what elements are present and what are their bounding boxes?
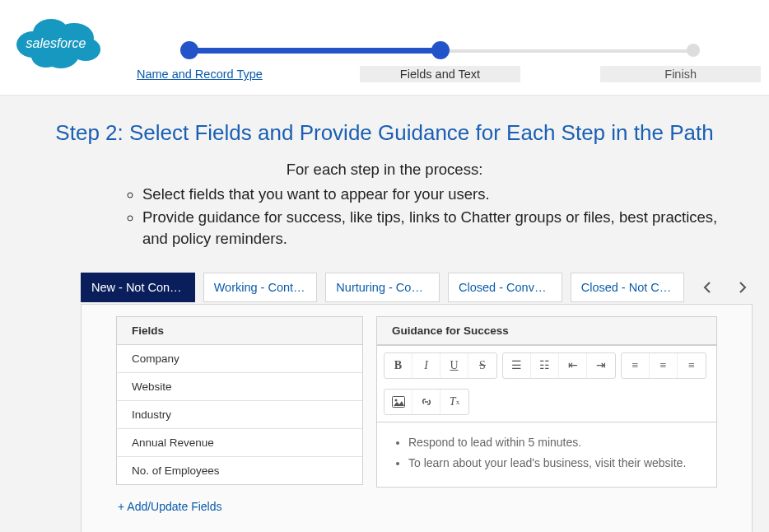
list-ul-icon: ☰ <box>511 358 522 372</box>
fields-header: Fields <box>116 316 363 345</box>
guidance-header: Guidance for Success <box>376 316 717 345</box>
progress-step-fields-text: Fields and Text <box>360 66 520 82</box>
rte-outdent-button[interactable]: ⇤ <box>559 353 587 378</box>
align-right-icon: ≡ <box>688 359 695 372</box>
progress-step-name-record-type[interactable]: Name and Record Type <box>119 66 280 82</box>
stage-tab-nurturing[interactable]: Nurturing - Con… <box>325 273 440 302</box>
rte-bold-button[interactable]: B <box>384 353 412 378</box>
progress-dot-2 <box>431 41 450 59</box>
stage-next-button[interactable] <box>734 278 753 297</box>
guidance-editor-toolbar-box: B I U S ☰ ☷ ⇤ ⇥ ≡ ≡ ≡ <box>376 345 717 422</box>
progress-step-finish: Finish <box>600 66 761 82</box>
field-item-industry[interactable]: Industry <box>117 401 362 429</box>
svg-text:salesforce: salesforce <box>26 36 86 50</box>
image-icon <box>392 396 405 408</box>
rte-underline-button[interactable]: U <box>440 353 468 378</box>
rte-clear-format-button[interactable]: Tx <box>440 390 468 414</box>
link-icon <box>420 396 433 408</box>
intro-bullet: Provide guidance for success, like tips,… <box>142 207 736 250</box>
guidance-editor-content[interactable]: Respond to lead within 5 minutes. To lea… <box>376 422 717 488</box>
stage-tab-closed-not-converted[interactable]: Closed - Not C… <box>571 273 685 302</box>
rte-toolbar: B I U S ☰ ☷ ⇤ ⇥ ≡ ≡ ≡ <box>384 352 710 415</box>
progress-dot-3 <box>687 44 700 57</box>
stage-tab-new[interactable]: New - Not Cont… <box>81 273 195 302</box>
rte-ol-button[interactable]: ☷ <box>531 353 559 378</box>
rte-align-left-button[interactable]: ≡ <box>622 353 650 378</box>
stage-tab-closed-converted[interactable]: Closed - Conv… <box>448 273 562 302</box>
rte-align-center-button[interactable]: ≡ <box>650 353 678 378</box>
rte-indent-button[interactable]: ⇥ <box>587 353 615 378</box>
rte-align-right-button[interactable]: ≡ <box>678 353 706 378</box>
outdent-icon: ⇤ <box>568 358 578 372</box>
stage-tab-working[interactable]: Working - Cont… <box>203 273 318 302</box>
indent-icon: ⇥ <box>596 358 606 372</box>
svg-point-8 <box>394 399 397 401</box>
step-intro: For each step in the process: <box>8 161 761 179</box>
align-left-icon: ≡ <box>632 359 639 372</box>
progress-dot-1 <box>180 41 198 59</box>
stage-prev-button[interactable] <box>697 278 716 297</box>
rte-strike-button[interactable]: S <box>468 353 496 378</box>
step-heading: Step 2: Select Fields and Provide Guidan… <box>8 120 761 146</box>
wizard-progress: Name and Record Type Fields and Text Fin… <box>119 41 761 82</box>
guidance-column: Guidance for Success B I U S ☰ ☷ ⇤ ⇥ <box>376 316 717 530</box>
guidance-bullet: Respond to lead within 5 minutes. <box>408 434 701 451</box>
list-ol-icon: ☷ <box>539 358 550 372</box>
align-center-icon: ≡ <box>660 359 667 372</box>
fields-list: Company Website Industry Annual Revenue … <box>116 345 363 485</box>
rte-ul-button[interactable]: ☰ <box>503 353 531 378</box>
field-item-employees[interactable]: No. of Employees <box>117 457 362 484</box>
field-item-company[interactable]: Company <box>117 345 362 373</box>
stage-config-panel: Fields Company Website Industry Annual R… <box>81 304 753 532</box>
step-intro-list: Select fields that you want to appear fo… <box>128 184 736 250</box>
rte-image-button[interactable] <box>384 390 412 414</box>
fields-column: Fields Company Website Industry Annual R… <box>116 316 363 530</box>
salesforce-logo: salesforce <box>10 8 102 76</box>
field-item-website[interactable]: Website <box>117 373 362 401</box>
wizard-header: salesforce Name and Record Type Fields a… <box>0 0 769 96</box>
stage-tabs-row: New - Not Cont… Working - Cont… Nurturin… <box>81 273 753 302</box>
intro-bullet: Select fields that you want to appear fo… <box>142 184 736 205</box>
add-update-fields-link[interactable]: + Add/Update Fields <box>116 485 363 513</box>
field-item-annual-revenue[interactable]: Annual Revenue <box>117 429 362 457</box>
rte-link-button[interactable] <box>412 390 440 414</box>
rte-italic-button[interactable]: I <box>412 353 440 378</box>
guidance-bullet: To learn about your lead's business, vis… <box>408 455 701 472</box>
wizard-content: Step 2: Select Fields and Provide Guidan… <box>0 96 769 532</box>
